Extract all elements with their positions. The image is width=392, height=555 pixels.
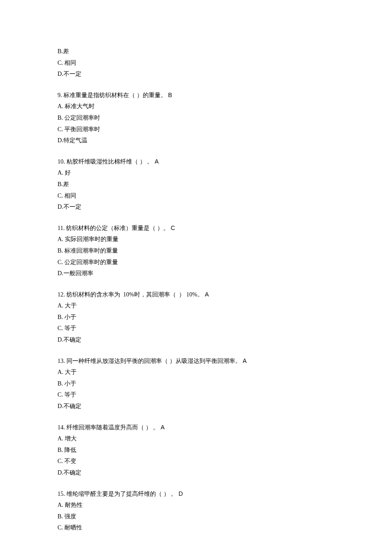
question-stem: 9. 标准重量是指纺织材料在（ ）的重量。 B [58, 89, 392, 101]
option-b: B. 小于 [58, 312, 392, 323]
answer-letter: D [177, 490, 183, 497]
question-12: 12. 纺织材料的含水率为 10%时，其回潮率（ ） 10%。 A A. 大于 … [58, 289, 392, 346]
stem-text: 12. 纺织材料的含水率为 10%时，其回潮率（ ） 10%。 [58, 291, 203, 298]
option-a: A. 大于 [58, 300, 392, 312]
question-11: 11. 纺织材料的公定（标准）重量是（ ）。 C A. 实际回潮率时的重量 B.… [58, 222, 392, 279]
option-d: D.不确定 [58, 401, 392, 412]
option-b: B. 强度 [58, 511, 392, 523]
option-a: A. 标准大气时 [58, 101, 392, 112]
option-c: C. 平衡回潮率时 [58, 124, 392, 135]
stem-text: 15. 维纶缩甲醛主要是为了提高纤维的（ ） 。 [58, 491, 177, 497]
option-b: B.差 [58, 179, 392, 190]
option-c: C. 公定回潮率时的重量 [58, 257, 392, 268]
option-a: A. 好 [58, 167, 392, 179]
question-10: 10. 粘胶纤维吸湿性比棉纤维（ ） 。 A A. 好 B.差 C. 相同 D.… [58, 156, 392, 213]
question-stem: 11. 纺织材料的公定（标准）重量是（ ）。 C [58, 222, 392, 234]
option-d: D.特定气温 [58, 135, 392, 147]
answer-letter: A [241, 357, 247, 364]
question-stem: 14. 纤维回潮率随着温度升高而（ ） 。 A [58, 422, 392, 434]
option-d: D.不一定 [58, 69, 392, 80]
answer-letter: A [153, 158, 159, 165]
option-c: C. 等于 [58, 389, 392, 401]
option-a: A. 大于 [58, 367, 392, 378]
question-stem: 13. 同一种纤维从放湿达到平衡的回潮率（ ）从吸湿达到平衡回潮率。 A [58, 355, 392, 367]
option-b: B. 标准回潮率时的重量 [58, 245, 392, 257]
answer-letter: A [203, 291, 209, 298]
question-9: 9. 标准重量是指纺织材料在（ ）的重量。 B A. 标准大气时 B. 公定回潮… [58, 89, 392, 147]
stem-text: 9. 标准重量是指纺织材料在（ ）的重量。 [58, 92, 167, 98]
option-d: D.不确定 [58, 467, 392, 479]
question-13: 13. 同一种纤维从放湿达到平衡的回潮率（ ）从吸湿达到平衡回潮率。 A A. … [58, 355, 392, 412]
stem-text: 14. 纤维回潮率随着温度升高而（ ） 。 [58, 424, 159, 431]
option-c: C. 相同 [58, 58, 392, 69]
question-stem: 10. 粘胶纤维吸湿性比棉纤维（ ） 。 A [58, 156, 392, 168]
option-a: A. 实际回潮率时的重量 [58, 234, 392, 245]
answer-letter: B [167, 92, 172, 98]
option-a: A. 耐热性 [58, 500, 392, 511]
question-15: 15. 维纶缩甲醛主要是为了提高纤维的（ ） 。 D A. 耐热性 B. 强度 … [58, 488, 392, 534]
option-d: D.不确定 [58, 334, 392, 346]
option-c: C. 相同 [58, 190, 392, 202]
option-a: A. 增大 [58, 433, 392, 445]
question-stem: 15. 维纶缩甲醛主要是为了提高纤维的（ ） 。 D [58, 488, 392, 500]
question-14: 14. 纤维回潮率随着温度升高而（ ） 。 A A. 增大 B. 降低 C. 不… [58, 422, 392, 479]
option-c: C. 耐晒性 [58, 522, 392, 534]
question-stem: 12. 纺织材料的含水率为 10%时，其回潮率（ ） 10%。 A [58, 289, 392, 301]
option-d: D.不一定 [58, 201, 392, 213]
option-b: B. 公定回潮率时 [58, 112, 392, 124]
stem-text: 10. 粘胶纤维吸湿性比棉纤维（ ） 。 [58, 158, 153, 165]
option-c: C. 不变 [58, 456, 392, 467]
stem-text: 13. 同一种纤维从放湿达到平衡的回潮率（ ）从吸湿达到平衡回潮率。 [58, 358, 241, 364]
option-c: C. 等于 [58, 323, 392, 334]
option-d: D.一般回潮率 [58, 268, 392, 279]
answer-letter: A [159, 424, 164, 431]
question-8-partial: B.差 C. 相同 D.不一定 [58, 46, 392, 80]
option-b: B. 小于 [58, 378, 392, 390]
option-b: B.差 [58, 46, 392, 58]
stem-text: 11. 纺织材料的公定（标准）重量是（ ）。 [58, 225, 169, 231]
option-b: B. 降低 [58, 445, 392, 456]
answer-letter: C [169, 224, 175, 231]
